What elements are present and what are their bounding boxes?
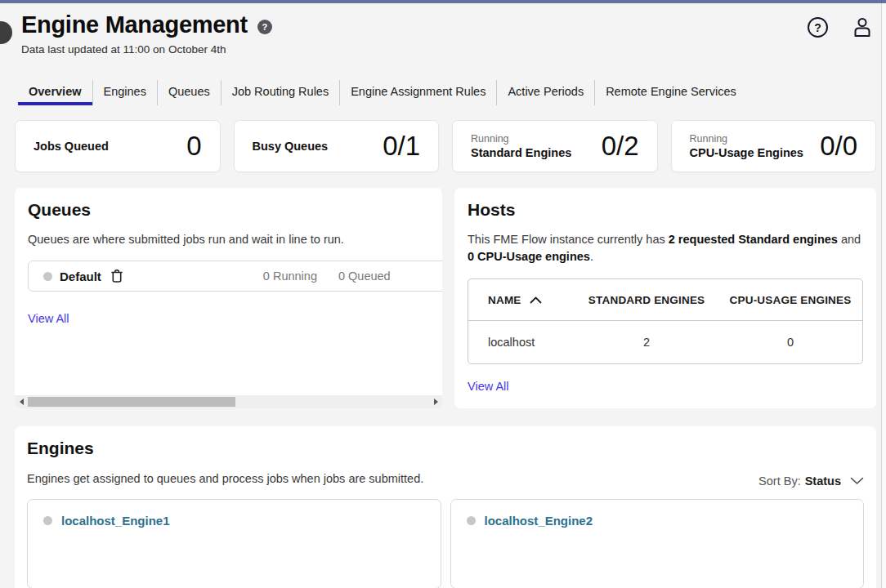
hosts-table-row: localhost 2 0 <box>468 321 862 363</box>
stat-value: 0/2 <box>602 131 639 162</box>
hosts-desc-post: . <box>590 250 593 263</box>
page-header: Engine Management ? ? Data last updated … <box>0 3 886 56</box>
queue-queued-count: 0 Queued <box>338 270 391 283</box>
tab-engines[interactable]: Engines <box>92 80 157 105</box>
hosts-panel-title: Hosts <box>468 200 863 220</box>
left-triangle-icon <box>20 399 24 405</box>
sort-by-value: Status <box>805 474 841 488</box>
queue-stats: 0 Running 0 Queued <box>263 270 391 283</box>
hosts-table-header: NAME STANDARD ENGINES CPU-USAGE ENGINES <box>468 279 862 321</box>
engines-panel-description: Engines get assigned to queues and proce… <box>27 470 423 488</box>
queue-name: Default <box>60 270 101 283</box>
hosts-panel-description: This FME Flow instance currently has 2 r… <box>468 231 863 265</box>
hosts-desc-mid: and <box>838 233 861 246</box>
scroll-right-arrow[interactable] <box>429 395 442 408</box>
stat-label: Busy Queues <box>253 140 329 153</box>
engine-status-dot <box>43 516 52 525</box>
stat-cards-row: Jobs Queued 0 Busy Queues 0/1 Running St… <box>15 120 876 172</box>
stat-card-running-cpu-usage-engines: Running CPU-Usage Engines 0/0 <box>671 120 877 172</box>
stat-label: Standard Engines <box>471 146 571 159</box>
tab-active-periods[interactable]: Active Periods <box>496 80 594 105</box>
engine-name-link[interactable]: localhost_Engine2 <box>485 514 593 528</box>
tab-remote-engine-services[interactable]: Remote Engine Services <box>594 80 747 105</box>
stat-card-running-standard-engines: Running Standard Engines 0/2 <box>452 120 658 172</box>
page-vertical-scrollbar <box>881 3 886 588</box>
engine-status-dot <box>467 516 476 525</box>
scrollbar-thumb[interactable] <box>28 397 235 407</box>
stat-card-jobs-queued: Jobs Queued 0 <box>15 120 221 172</box>
sort-by-label: Sort By: <box>758 474 801 488</box>
delete-queue-button[interactable] <box>110 269 123 283</box>
right-triangle-icon <box>434 399 438 405</box>
queue-status-dot <box>43 272 52 281</box>
engines-panel: Engines Engines get assigned to queues a… <box>15 426 876 588</box>
engine-card: localhost_Engine2 <box>450 499 865 588</box>
sort-by-control[interactable]: Sort By: Status <box>758 474 864 488</box>
queue-row: Default 0 Running 0 Queued <box>28 261 442 292</box>
stat-value: 0 <box>186 131 201 162</box>
stat-sublabel: Running <box>690 133 803 145</box>
host-name: localhost <box>488 336 535 349</box>
queue-running-count: 0 Running <box>263 270 317 283</box>
sort-ascending-icon[interactable] <box>530 296 542 304</box>
tab-job-routing-rules[interactable]: Job Routing Rules <box>221 80 340 105</box>
tab-queues[interactable]: Queues <box>157 80 221 105</box>
scroll-left-arrow[interactable] <box>15 395 28 408</box>
stat-label: Jobs Queued <box>34 140 109 153</box>
hosts-col-standard-engines[interactable]: STANDARD ENGINES <box>588 294 705 306</box>
svg-text:?: ? <box>814 21 821 34</box>
hosts-desc-cpu: 0 CPU-Usage engines <box>468 250 590 263</box>
hosts-desc-standard: 2 requested Standard engines <box>669 233 838 246</box>
hosts-col-name[interactable]: NAME <box>488 294 521 306</box>
stat-sublabel: Running <box>471 133 571 145</box>
stat-label: CPU-Usage Engines <box>690 146 803 159</box>
queues-panel-title: Queues <box>28 200 429 220</box>
queues-horizontal-scrollbar <box>15 395 442 408</box>
hosts-desc-pre: This FME Flow instance currently has <box>468 233 669 246</box>
help-icon[interactable]: ? <box>807 16 829 38</box>
engine-name-link[interactable]: localhost_Engine1 <box>61 514 170 528</box>
queues-panel: Queues Queues are where submitted jobs r… <box>15 188 442 408</box>
stat-value: 0/0 <box>820 131 857 162</box>
last-updated-text: Data last updated at 11:00 on October 4t… <box>21 43 865 56</box>
user-icon[interactable] <box>852 16 873 38</box>
hosts-col-cpu-usage-engines[interactable]: CPU-USAGE ENGINES <box>730 294 852 306</box>
sidebar-toggle-button[interactable] <box>0 21 12 44</box>
queues-view-all-link[interactable]: View All <box>28 312 69 325</box>
hosts-table: NAME STANDARD ENGINES CPU-USAGE ENGINES … <box>468 278 863 364</box>
tab-overview[interactable]: Overview <box>18 80 92 105</box>
host-standard-engines: 2 <box>643 336 650 349</box>
hosts-view-all-link[interactable]: View All <box>468 380 509 393</box>
engines-panel-title: Engines <box>27 439 864 458</box>
host-cpu-usage-engines: 0 <box>787 336 794 349</box>
tab-engine-assignment-rules[interactable]: Engine Assignment Rules <box>339 80 496 105</box>
title-help-icon[interactable]: ? <box>257 20 272 34</box>
stat-value: 0/1 <box>383 131 420 162</box>
trash-icon <box>110 269 123 283</box>
engine-card: localhost_Engine1 <box>27 499 441 588</box>
queues-panel-description: Queues are where submitted jobs run and … <box>28 231 429 248</box>
tab-bar: Overview Engines Queues Job Routing Rule… <box>18 80 886 105</box>
chevron-down-icon <box>850 477 864 485</box>
hosts-panel: Hosts This FME Flow instance currently h… <box>454 188 876 408</box>
stat-card-busy-queues: Busy Queues 0/1 <box>234 120 440 172</box>
page-title: Engine Management <box>21 11 248 38</box>
